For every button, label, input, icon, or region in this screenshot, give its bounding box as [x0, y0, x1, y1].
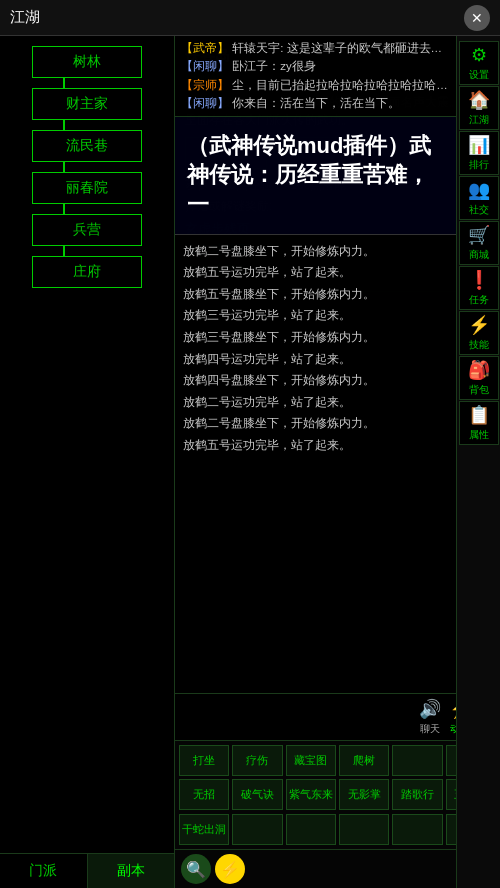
- sidebar-label-排行: 排行: [469, 158, 489, 172]
- sidebar-label-社交: 社交: [469, 203, 489, 217]
- sidebar-btn-技能[interactable]: ⚡技能: [459, 311, 499, 355]
- right-sidebar: ⚙设置🏠江湖📊排行👥社交🛒商城❗任务⚡技能🎒背包📋属性: [456, 36, 500, 888]
- sidebar-label-任务: 任务: [469, 293, 489, 307]
- log-line: 放鹤二号运功完毕，站了起来。: [183, 392, 448, 414]
- skill-pashu[interactable]: 爬树: [339, 745, 389, 776]
- sidebar-label-属性: 属性: [469, 428, 489, 442]
- notif-tag-1: 【武帝】: [181, 42, 229, 54]
- location-树林[interactable]: 树林: [32, 46, 142, 78]
- sidebar-btn-任务[interactable]: ❗任务: [459, 266, 499, 310]
- skill-dazuo[interactable]: 打坐: [179, 745, 229, 776]
- sidebar-btn-属性[interactable]: 📋属性: [459, 401, 499, 445]
- skill-wuzhao[interactable]: 无招: [179, 779, 229, 810]
- right-panel: 侠客岛 已解锁 一处神秘的小岛，因为神秘的石壁武功而名声大震。据说里面存在各大门…: [175, 36, 500, 888]
- skill-liaoshang[interactable]: 疗伤: [232, 745, 282, 776]
- chat-label: 聊天: [420, 722, 440, 736]
- log-line: 放鹤三号盘膝坐下，开始修炼内力。: [183, 327, 448, 349]
- sidebar-btn-设置[interactable]: ⚙设置: [459, 41, 499, 85]
- log-line: 放鹤五号运功完毕，站了起来。: [183, 262, 448, 284]
- chat-button[interactable]: 🔊 聊天: [419, 698, 441, 736]
- sidebar-icon-技能: ⚡: [468, 314, 490, 336]
- sidebar-icon-任务: ❗: [468, 269, 490, 291]
- skill-row1-5[interactable]: [392, 745, 442, 776]
- combat-log-lines: 放鹤二号盘膝坐下，开始修炼内力。放鹤五号运功完毕，站了起来。放鹤五号盘膝坐下，开…: [183, 241, 448, 455]
- skill-cangbaotu[interactable]: 藏宝图: [286, 745, 336, 776]
- skill-bar: 打坐 疗伤 藏宝图 爬树 无招 破气诀 紫气东来 无影掌 踏歌行 五神赋: [175, 741, 500, 814]
- sidebar-icon-排行: 📊: [468, 134, 490, 156]
- sidebar-label-江湖: 江湖: [469, 113, 489, 127]
- right-sidebar-icons: ⚙设置🏠江湖📊排行👥社交🛒商城❗任务⚡技能🎒背包📋属性: [459, 40, 499, 446]
- sidebar-icon-商城: 🛒: [468, 224, 490, 246]
- notif-line-4: 【闲聊】 你来自：活在当下，活在当下。: [181, 94, 450, 112]
- location-财主家[interactable]: 财主家: [32, 88, 142, 120]
- skill-row-last: 干蛇出洞: [175, 814, 500, 849]
- bottom-area: 🔊 聊天 ⚡ 动作 ··· ... 打坐 疗伤 藏宝图 爬树: [175, 693, 500, 888]
- chat-icon: 🔊: [419, 698, 441, 720]
- log-line: 放鹤二号盘膝坐下，开始修炼内力。: [183, 241, 448, 263]
- sidebar-icon-背包: 🎒: [468, 359, 490, 381]
- sidebar-label-商城: 商城: [469, 248, 489, 262]
- combat-log: 放鹤二号盘膝坐下，开始修炼内力。放鹤五号运功完毕，站了起来。放鹤五号盘膝坐下，开…: [175, 235, 456, 455]
- left-tabs: 门派 副本: [0, 853, 175, 888]
- sidebar-label-技能: 技能: [469, 338, 489, 352]
- log-line: 放鹤三号运功完毕，站了起来。: [183, 305, 448, 327]
- notif-line-3: 【宗师】 尘，目前已抬起拉哈拉哈拉哈拉哈拉哈5公25步: [181, 76, 450, 94]
- log-line: 放鹤二号盘膝坐下，开始修炼内力。: [183, 413, 448, 435]
- skill-ganshechudong[interactable]: 干蛇出洞: [179, 814, 229, 845]
- skill-wuyingzhang[interactable]: 无影掌: [339, 779, 389, 810]
- sidebar-btn-排行[interactable]: 📊排行: [459, 131, 499, 175]
- banner-text: （武神传说mud插件）武神传说：历经重重苦难，一: [187, 131, 444, 220]
- power-icon[interactable]: ⚡: [215, 854, 245, 884]
- sidebar-label-设置: 设置: [469, 68, 489, 82]
- chat-overlay: 【武帝】 轩辕天宇: 这是这辈子的欧气都砸进去了吗,...... 【闲聊】 卧江…: [175, 36, 456, 455]
- chat-bottom-bar: 🔊 聊天 ⚡ 动作 ··· ...: [175, 694, 500, 741]
- notif-tag-3: 【宗师】: [181, 79, 229, 91]
- skill-tagexing[interactable]: 踏歌行: [392, 779, 442, 810]
- notif-tag-2: 【闲聊】: [181, 60, 229, 72]
- sidebar-label-背包: 背包: [469, 383, 489, 397]
- notif-text-4: 你来自：活在当下，活在当下。: [232, 97, 400, 109]
- location-tree: 树林财主家流民巷丽春院兵营庄府: [8, 46, 166, 288]
- notif-text-1: 轩辕天宇: 这是这辈子的欧气都砸进去了吗,......: [232, 42, 450, 54]
- tab-menpai[interactable]: 门派: [0, 854, 88, 888]
- app-title: 江湖: [10, 8, 464, 27]
- log-line: 放鹤四号运功完毕，站了起来。: [183, 349, 448, 371]
- notif-text-3: 尘，目前已抬起拉哈拉哈拉哈拉哈拉哈5公25步: [232, 79, 450, 91]
- skill-row3-5[interactable]: [392, 814, 442, 845]
- notif-tag-4: 【闲聊】: [181, 97, 229, 109]
- left-panel: 树林财主家流民巷丽春院兵营庄府 门派 副本: [0, 36, 175, 888]
- sidebar-icon-属性: 📋: [468, 404, 490, 426]
- location-流民巷[interactable]: 流民巷: [32, 130, 142, 162]
- skill-row3-4[interactable]: [339, 814, 389, 845]
- search-icon[interactable]: 🔍: [181, 854, 211, 884]
- skill-row3-3[interactable]: [286, 814, 336, 845]
- notif-line-1: 【武帝】 轩辕天宇: 这是这辈子的欧气都砸进去了吗,......: [181, 39, 450, 57]
- big-banner: （武神传说mud插件）武神传说：历经重重苦难，一: [175, 117, 456, 235]
- sidebar-btn-背包[interactable]: 🎒背包: [459, 356, 499, 400]
- sidebar-icon-设置: ⚙: [471, 44, 487, 66]
- skill-row3-2[interactable]: [232, 814, 282, 845]
- notification-bar: 【武帝】 轩辕天宇: 这是这辈子的欧气都砸进去了吗,...... 【闲聊】 卧江…: [175, 36, 456, 117]
- bottom-search-bar: 🔍 ⚡: [175, 849, 500, 888]
- sidebar-icon-江湖: 🏠: [468, 89, 490, 111]
- sidebar-btn-社交[interactable]: 👥社交: [459, 176, 499, 220]
- location-庄府[interactable]: 庄府: [32, 256, 142, 288]
- tab-fupan[interactable]: 副本: [88, 854, 176, 888]
- close-button[interactable]: ✕: [464, 5, 490, 31]
- log-line: 放鹤五号运功完毕，站了起来。: [183, 435, 448, 455]
- skill-ziqidonglai[interactable]: 紫气东来: [286, 779, 336, 810]
- notif-text-2: 卧江子：zy很身: [232, 60, 316, 72]
- skill-poqijue[interactable]: 破气诀: [232, 779, 282, 810]
- sidebar-btn-商城[interactable]: 🛒商城: [459, 221, 499, 265]
- sidebar-btn-江湖[interactable]: 🏠江湖: [459, 86, 499, 130]
- main-container: 树林财主家流民巷丽春院兵营庄府 门派 副本 侠客岛 已解锁 一处神秘的小岛，因为…: [0, 36, 500, 888]
- sidebar-icon-社交: 👥: [468, 179, 490, 201]
- notif-line-2: 【闲聊】 卧江子：zy很身: [181, 57, 450, 75]
- location-兵营[interactable]: 兵营: [32, 214, 142, 246]
- log-line: 放鹤五号盘膝坐下，开始修炼内力。: [183, 284, 448, 306]
- top-bar: 江湖 ✕: [0, 0, 500, 36]
- log-line: 放鹤四号盘膝坐下，开始修炼内力。: [183, 370, 448, 392]
- location-丽春院[interactable]: 丽春院: [32, 172, 142, 204]
